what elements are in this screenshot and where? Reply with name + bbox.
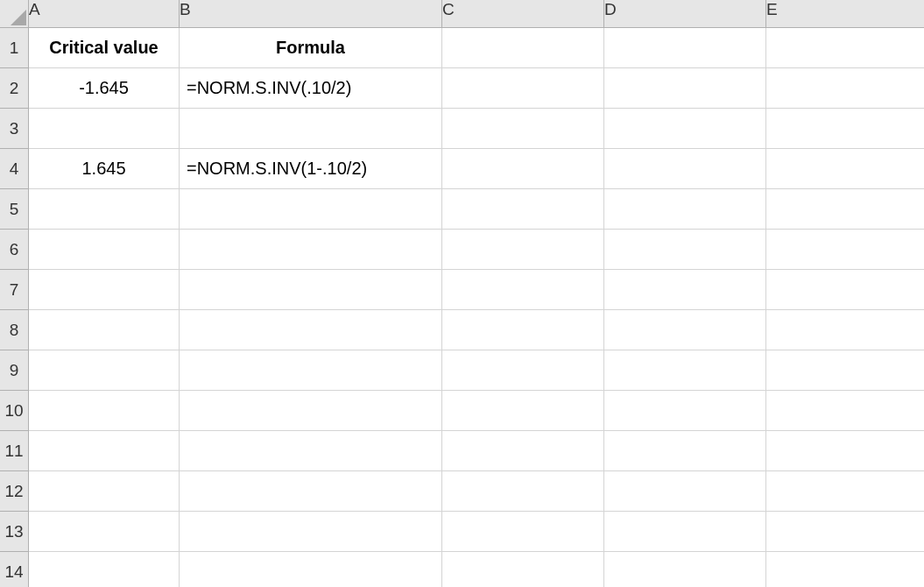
cell-D10[interactable]	[604, 391, 766, 431]
cell-D4[interactable]	[604, 149, 766, 189]
cell-D7[interactable]	[604, 270, 766, 310]
cell-E12[interactable]	[766, 471, 924, 512]
cell-B10[interactable]	[180, 391, 442, 431]
cell-C8[interactable]	[442, 310, 604, 350]
row-header-4[interactable]: 4	[0, 149, 29, 189]
cell-A14[interactable]	[29, 552, 180, 587]
cell-B12[interactable]	[180, 471, 442, 512]
cell-C7[interactable]	[442, 270, 604, 310]
cell-A10[interactable]	[29, 391, 180, 431]
cell-C6[interactable]	[442, 230, 604, 270]
cell-B6[interactable]	[180, 230, 442, 270]
row-header-13[interactable]: 13	[0, 512, 29, 552]
cell-E9[interactable]	[766, 350, 924, 391]
cell-D6[interactable]	[604, 230, 766, 270]
cell-B3[interactable]	[180, 109, 442, 149]
cell-D8[interactable]	[604, 310, 766, 350]
cell-B7[interactable]	[180, 270, 442, 310]
cell-A4[interactable]: 1.645	[29, 149, 180, 189]
cell-C1[interactable]	[442, 28, 604, 68]
column-header-A[interactable]: A	[29, 0, 180, 28]
cell-E7[interactable]	[766, 270, 924, 310]
row-header-10[interactable]: 10	[0, 391, 29, 431]
cell-E10[interactable]	[766, 391, 924, 431]
row-header-3[interactable]: 3	[0, 109, 29, 149]
cell-C3[interactable]	[442, 109, 604, 149]
row-header-5[interactable]: 5	[0, 189, 29, 230]
row-header-11[interactable]: 11	[0, 431, 29, 471]
cell-A3[interactable]	[29, 109, 180, 149]
cell-D12[interactable]	[604, 471, 766, 512]
cell-E6[interactable]	[766, 230, 924, 270]
cell-E4[interactable]	[766, 149, 924, 189]
cell-D11[interactable]	[604, 431, 766, 471]
cell-E8[interactable]	[766, 310, 924, 350]
cell-C12[interactable]	[442, 471, 604, 512]
cell-A5[interactable]	[29, 189, 180, 230]
row-header-2[interactable]: 2	[0, 68, 29, 109]
cell-C13[interactable]	[442, 512, 604, 552]
cell-C2[interactable]	[442, 68, 604, 109]
cell-E14[interactable]	[766, 552, 924, 587]
row-header-1[interactable]: 1	[0, 28, 29, 68]
cell-B14[interactable]	[180, 552, 442, 587]
cell-A8[interactable]	[29, 310, 180, 350]
cell-D9[interactable]	[604, 350, 766, 391]
cell-C10[interactable]	[442, 391, 604, 431]
cell-B4[interactable]: =NORM.S.INV(1-.10/2)	[180, 149, 442, 189]
cell-A7[interactable]	[29, 270, 180, 310]
row-header-7[interactable]: 7	[0, 270, 29, 310]
cell-E3[interactable]	[766, 109, 924, 149]
cell-D13[interactable]	[604, 512, 766, 552]
column-header-D[interactable]: D	[604, 0, 766, 28]
row-header-8[interactable]: 8	[0, 310, 29, 350]
cell-D14[interactable]	[604, 552, 766, 587]
cell-B5[interactable]	[180, 189, 442, 230]
cell-A11[interactable]	[29, 431, 180, 471]
cell-A13[interactable]	[29, 512, 180, 552]
cell-C5[interactable]	[442, 189, 604, 230]
column-header-B[interactable]: B	[180, 0, 442, 28]
cell-A12[interactable]	[29, 471, 180, 512]
select-all-corner[interactable]	[0, 0, 29, 28]
cell-E5[interactable]	[766, 189, 924, 230]
column-header-C[interactable]: C	[442, 0, 604, 28]
cell-B9[interactable]	[180, 350, 442, 391]
cell-C9[interactable]	[442, 350, 604, 391]
cell-A2[interactable]: -1.645	[29, 68, 180, 109]
cell-C4[interactable]	[442, 149, 604, 189]
cell-C11[interactable]	[442, 431, 604, 471]
cell-C14[interactable]	[442, 552, 604, 587]
spreadsheet-grid: A B C D E 1 Critical value Formula 2 -1.…	[0, 0, 924, 587]
cell-A1[interactable]: Critical value	[29, 28, 180, 68]
cell-E11[interactable]	[766, 431, 924, 471]
cell-A6[interactable]	[29, 230, 180, 270]
cell-D2[interactable]	[604, 68, 766, 109]
cell-A9[interactable]	[29, 350, 180, 391]
cell-B8[interactable]	[180, 310, 442, 350]
cell-B1[interactable]: Formula	[180, 28, 442, 68]
cell-D3[interactable]	[604, 109, 766, 149]
cell-B11[interactable]	[180, 431, 442, 471]
row-header-12[interactable]: 12	[0, 471, 29, 512]
row-header-6[interactable]: 6	[0, 230, 29, 270]
cell-D5[interactable]	[604, 189, 766, 230]
cell-B13[interactable]	[180, 512, 442, 552]
column-header-E[interactable]: E	[766, 0, 924, 28]
cell-E1[interactable]	[766, 28, 924, 68]
cell-E2[interactable]	[766, 68, 924, 109]
row-header-14[interactable]: 14	[0, 552, 29, 587]
row-header-9[interactable]: 9	[0, 350, 29, 391]
cell-B2[interactable]: =NORM.S.INV(.10/2)	[180, 68, 442, 109]
cell-E13[interactable]	[766, 512, 924, 552]
cell-D1[interactable]	[604, 28, 766, 68]
